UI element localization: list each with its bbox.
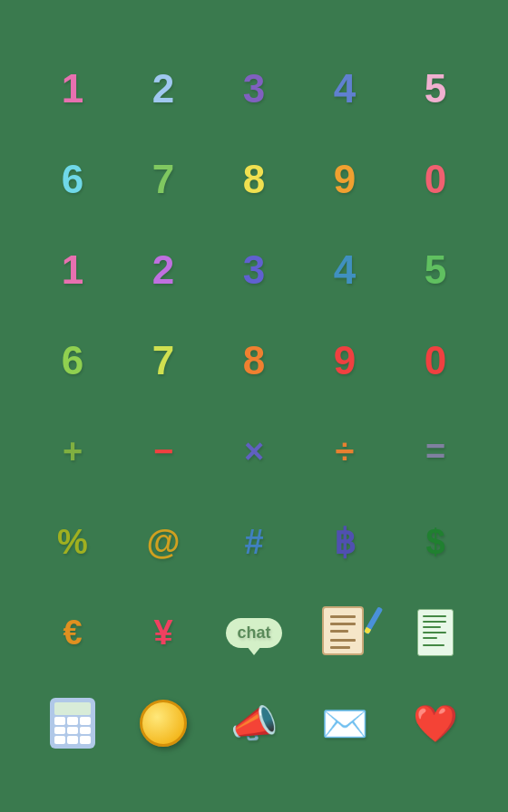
chat-bubble-icon: chat xyxy=(226,618,281,648)
cell-coin[interactable] xyxy=(118,678,209,768)
cell-equals[interactable]: = xyxy=(390,406,481,497)
cell-envelope[interactable]: ✉️ xyxy=(299,678,390,768)
cell-r1-2[interactable]: 2 xyxy=(118,44,209,134)
cell-r2-9[interactable]: 9 xyxy=(299,134,390,225)
cell-r1-5[interactable]: 5 xyxy=(390,44,481,134)
cell-receipt[interactable] xyxy=(390,587,481,678)
cell-r3-4[interactable]: 4 xyxy=(299,225,390,315)
cell-r3-3[interactable]: 3 xyxy=(209,225,299,315)
cell-r3-5[interactable]: 5 xyxy=(390,225,481,315)
cell-r1-3[interactable]: 3 xyxy=(209,44,299,134)
cell-r2-7[interactable]: 7 xyxy=(118,134,209,225)
cell-at[interactable]: @ xyxy=(118,497,209,587)
cell-r4-7[interactable]: 7 xyxy=(118,315,209,406)
cell-r1-4[interactable]: 4 xyxy=(299,44,390,134)
cell-euro[interactable]: € xyxy=(27,587,118,678)
cell-r4-6[interactable]: 6 xyxy=(27,315,118,406)
icon-grid: 1 2 3 4 5 6 7 8 9 0 1 2 3 4 5 6 7 8 9 0 … xyxy=(18,25,490,787)
hearts-icon: ❤️ xyxy=(413,702,458,745)
envelope-icon: ✉️ xyxy=(321,701,368,746)
cell-r3-1[interactable]: 1 xyxy=(27,225,118,315)
cell-notepad[interactable] xyxy=(299,587,390,678)
cell-r3-2[interactable]: 2 xyxy=(118,225,209,315)
calculator-icon xyxy=(50,698,95,749)
coin-icon xyxy=(140,700,187,747)
cell-yen[interactable]: ¥ xyxy=(118,587,209,678)
cell-calculator[interactable] xyxy=(27,678,118,768)
cell-r2-0[interactable]: 0 xyxy=(390,134,481,225)
cell-plus[interactable]: + xyxy=(27,406,118,497)
cell-r4-8[interactable]: 8 xyxy=(209,315,299,406)
cell-r4-0[interactable]: 0 xyxy=(390,315,481,406)
megaphone-icon: 📣 xyxy=(230,701,278,746)
cell-percent[interactable]: % xyxy=(27,497,118,587)
cell-r4-9[interactable]: 9 xyxy=(299,315,390,406)
cell-megaphone[interactable]: 📣 xyxy=(209,678,299,768)
cell-baht[interactable]: ฿ xyxy=(299,497,390,587)
cell-r2-8[interactable]: 8 xyxy=(209,134,299,225)
cell-hash[interactable]: # xyxy=(209,497,299,587)
cell-r1-1[interactable]: 1 xyxy=(27,44,118,134)
cell-r2-6[interactable]: 6 xyxy=(27,134,118,225)
cell-hearts[interactable]: ❤️ xyxy=(390,678,481,768)
cell-minus[interactable]: − xyxy=(118,406,209,497)
cell-times[interactable]: × xyxy=(209,406,299,497)
cell-dollar[interactable]: $ xyxy=(390,497,481,587)
cell-divide[interactable]: ÷ xyxy=(299,406,390,497)
cell-chat[interactable]: chat xyxy=(209,587,299,678)
